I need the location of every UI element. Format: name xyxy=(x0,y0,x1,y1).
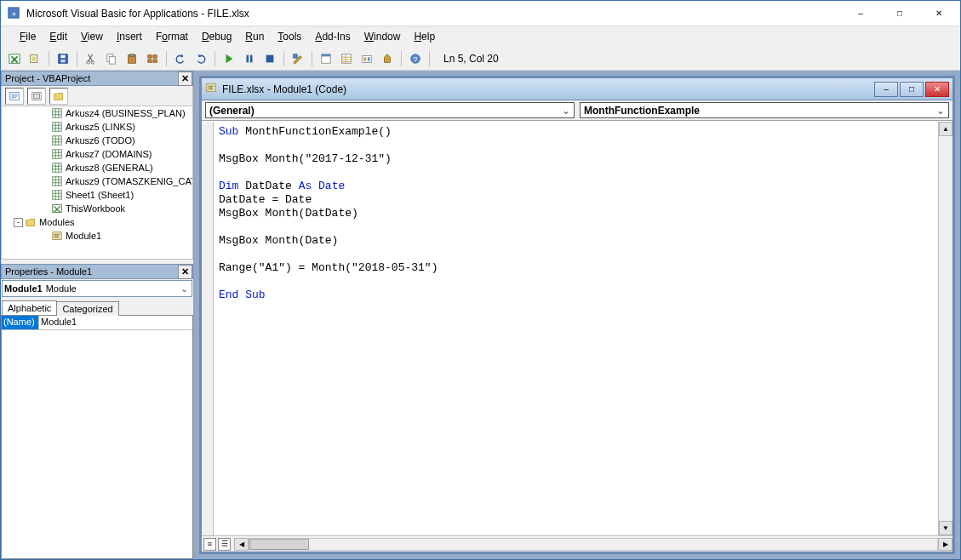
object-dropdown[interactable]: (General) ⌄ xyxy=(205,102,575,118)
minimize-button[interactable]: – xyxy=(841,1,880,26)
tree-item[interactable]: Arkusz4 (BUSINESS_PLAN) xyxy=(2,106,192,120)
svg-rect-17 xyxy=(294,54,297,57)
excel-view-icon[interactable] xyxy=(6,50,23,67)
menu-edit[interactable]: Edit xyxy=(43,28,74,45)
tree-expander-icon[interactable]: - xyxy=(14,218,23,227)
properties-panel-title: Properties - Module1 xyxy=(5,266,92,277)
svg-rect-11 xyxy=(109,56,115,64)
menu-tools[interactable]: Tools xyxy=(271,28,308,45)
view-object-icon[interactable] xyxy=(27,88,46,105)
menu-run[interactable]: Run xyxy=(238,28,271,45)
toggle-folders-icon[interactable] xyxy=(49,88,68,105)
menu-insert[interactable]: Insert xyxy=(110,28,149,45)
toolbar-separator xyxy=(215,51,215,66)
chevron-down-icon: ⌄ xyxy=(936,105,945,117)
properties-window-icon[interactable] xyxy=(338,50,355,67)
tab-categorized[interactable]: Categorized xyxy=(56,301,118,316)
property-name-cell[interactable]: (Name) xyxy=(2,316,39,330)
copy-icon[interactable] xyxy=(103,50,120,67)
view-code-icon[interactable] xyxy=(5,88,24,105)
break-icon[interactable] xyxy=(241,50,258,67)
tree-item[interactable]: Module1 xyxy=(2,229,192,243)
code-window-title: FILE.xlsx - Module1 (Code) xyxy=(222,83,872,95)
tree-item[interactable]: Arkusz5 (LINKS) xyxy=(2,120,192,134)
svg-rect-15 xyxy=(250,54,253,62)
svg-rect-33 xyxy=(53,163,62,173)
scroll-track[interactable] xyxy=(939,136,952,521)
procedure-view-icon[interactable]: ≡ xyxy=(203,538,216,551)
properties-grid[interactable]: (Name) Module1 xyxy=(1,315,193,559)
help-icon[interactable]: ? xyxy=(407,50,424,67)
svg-text:⋄: ⋄ xyxy=(12,9,16,17)
insert-dropdown-icon[interactable] xyxy=(26,50,43,67)
horizontal-scrollbar[interactable]: ◀ ▶ xyxy=(234,538,952,551)
tree-item[interactable]: Arkusz7 (DOMAINS) xyxy=(2,147,192,161)
save-icon[interactable] xyxy=(54,50,72,67)
tree-item[interactable]: Sheet1 (Sheet1) xyxy=(2,188,192,202)
svg-rect-4 xyxy=(32,56,36,60)
redo-icon[interactable] xyxy=(192,50,209,67)
tree-item[interactable]: Arkusz8 (GENERAL) xyxy=(2,161,192,174)
scroll-left-icon[interactable]: ◀ xyxy=(234,538,249,551)
property-value-cell[interactable]: Module1 xyxy=(39,316,192,330)
find-icon[interactable] xyxy=(144,50,161,67)
app-titlebar: ⋄ Microsoft Visual Basic for Application… xyxy=(1,1,960,26)
code-window: FILE.xlsx - Module1 (Code) – □ ✕ (Genera… xyxy=(199,76,955,554)
tab-alphabetic[interactable]: Alphabetic xyxy=(2,300,57,315)
procedure-dropdown[interactable]: MonthFunctionExample ⌄ xyxy=(580,102,949,118)
cut-icon[interactable] xyxy=(83,50,100,67)
tree-item-label: Arkusz7 (DOMAINS) xyxy=(66,149,152,159)
tree-item-label: Sheet1 (Sheet1) xyxy=(66,190,134,200)
properties-object-dropdown[interactable]: Module1 Module ⌄ xyxy=(2,280,192,297)
paste-icon[interactable] xyxy=(123,50,140,67)
svg-rect-34 xyxy=(53,177,62,186)
maximize-button[interactable]: □ xyxy=(880,1,919,26)
tree-item[interactable]: ThisWorkbook xyxy=(2,202,192,215)
scroll-right-icon[interactable]: ▶ xyxy=(938,538,952,551)
tree-item[interactable]: Arkusz9 (TOMASZKENIG_CAT) xyxy=(2,174,192,188)
tree-item-label: Arkusz6 (TODO) xyxy=(66,135,135,146)
project-panel-close-icon[interactable]: ✕ xyxy=(178,71,192,86)
svg-rect-7 xyxy=(60,59,65,62)
scroll-thumb[interactable] xyxy=(249,539,309,550)
run-icon[interactable] xyxy=(220,50,237,67)
code-editor[interactable]: Sub MonthFunctionExample() MsgBox Month(… xyxy=(214,122,938,535)
scroll-track[interactable] xyxy=(249,538,938,551)
menu-addins[interactable]: Add-Ins xyxy=(308,28,357,45)
toolbar-separator xyxy=(166,51,167,66)
project-explorer-icon[interactable] xyxy=(317,50,335,67)
undo-icon[interactable] xyxy=(172,50,189,67)
vertical-scrollbar[interactable]: ▲ ▼ xyxy=(938,122,952,535)
mod-icon xyxy=(51,230,63,242)
tree-item[interactable]: Arkusz6 (TODO) xyxy=(2,134,192,147)
object-browser-icon[interactable] xyxy=(358,50,375,67)
menu-file[interactable]: File xyxy=(13,28,43,45)
menu-window[interactable]: Window xyxy=(358,28,408,45)
reset-icon[interactable] xyxy=(261,50,278,67)
full-module-view-icon[interactable]: ☰ xyxy=(218,538,231,551)
properties-panel-header: Properties - Module1 ✕ xyxy=(1,264,193,279)
svg-rect-28 xyxy=(34,94,40,98)
properties-panel-close-icon[interactable]: ✕ xyxy=(178,265,192,279)
scroll-up-icon[interactable]: ▲ xyxy=(939,122,952,136)
menu-view[interactable]: View xyxy=(74,28,110,45)
tree-item[interactable]: -Modules xyxy=(2,215,192,229)
close-button[interactable]: ✕ xyxy=(919,1,958,26)
scroll-down-icon[interactable]: ▼ xyxy=(939,521,952,535)
mdi-minimize-button[interactable]: – xyxy=(874,82,898,97)
mdi-close-button[interactable]: ✕ xyxy=(925,82,949,97)
menu-format[interactable]: Format xyxy=(149,28,195,45)
toolbar-separator xyxy=(49,51,49,66)
mdi-maximize-button[interactable]: □ xyxy=(900,82,924,97)
tree-item-label: Arkusz8 (GENERAL) xyxy=(66,163,153,173)
code-window-titlebar[interactable]: FILE.xlsx - Module1 (Code) – □ ✕ xyxy=(202,78,952,100)
menu-help[interactable]: Help xyxy=(407,28,442,45)
toolbox-icon[interactable] xyxy=(379,50,396,67)
menu-debug[interactable]: Debug xyxy=(195,28,238,45)
procedure-dropdown-value: MonthFunctionExample xyxy=(584,105,700,117)
sheet-icon xyxy=(51,148,63,160)
svg-rect-31 xyxy=(53,136,62,146)
project-tree[interactable]: Arkusz4 (BUSINESS_PLAN)Arkusz5 (LINKS)Ar… xyxy=(1,106,193,260)
design-mode-icon[interactable] xyxy=(289,50,306,67)
tree-item-label: Arkusz9 (TOMASZKENIG_CAT) xyxy=(66,176,193,186)
